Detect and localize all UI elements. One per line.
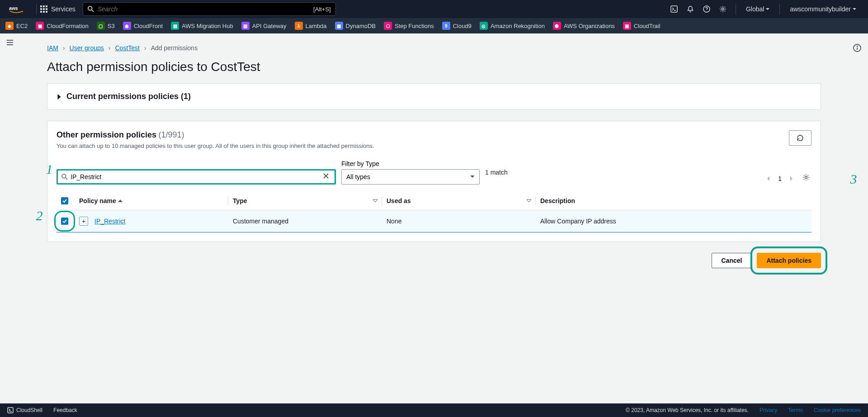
match-count: 1 match <box>485 165 508 180</box>
step-icon: ⬡ <box>384 22 392 30</box>
col-used-as[interactable]: Used as <box>387 197 411 204</box>
svg-rect-6 <box>46 8 47 10</box>
help-button[interactable] <box>699 2 714 16</box>
callout-1: 1 <box>41 161 57 177</box>
current-permissions-panel: Current permissions policies (1) <box>47 83 821 110</box>
breadcrumb-iam[interactable]: IAM <box>47 44 58 52</box>
footer: CloudShell Feedback © 2023, Amazon Web S… <box>0 403 868 417</box>
col-description[interactable]: Description <box>540 197 575 204</box>
policy-search-input[interactable] <box>71 173 321 180</box>
next-page-button[interactable] <box>787 173 795 185</box>
shortcut-cloudformation[interactable]: ▣CloudFormation <box>36 22 89 30</box>
cloudshell-icon <box>7 407 14 413</box>
svg-point-14 <box>722 8 724 10</box>
cloudshell-icon-button[interactable] <box>667 2 681 16</box>
region-selector[interactable]: Global <box>741 5 774 13</box>
ec2-icon: ◆ <box>5 22 14 30</box>
col-type[interactable]: Type <box>233 197 247 204</box>
svg-rect-1 <box>40 5 42 7</box>
shortcut-dynamodb[interactable]: ▦DynamoDB <box>335 22 376 30</box>
prev-page-button[interactable] <box>764 173 773 185</box>
col-policy-name[interactable]: Policy name <box>79 197 116 204</box>
shortcut-lambda[interactable]: λLambda <box>295 22 327 30</box>
footer-privacy[interactable]: Privacy <box>760 407 777 413</box>
lambda-icon: λ <box>295 22 303 30</box>
refresh-button[interactable] <box>789 130 811 146</box>
shortcut-s3[interactable]: ▢S3 <box>97 22 115 30</box>
info-icon <box>853 44 861 52</box>
shortcut-migration-hub[interactable]: ▤AWS Migration Hub <box>171 22 233 30</box>
search-icon <box>88 6 94 12</box>
nav-divider <box>36 4 37 14</box>
current-permissions-toggle[interactable]: Current permissions policies (1) <box>47 84 821 109</box>
s3-icon: ▢ <box>97 22 105 30</box>
apigw-icon: ▥ <box>241 22 250 30</box>
attach-policies-button[interactable]: Attach policies <box>757 253 821 268</box>
clear-search-button[interactable] <box>321 171 331 183</box>
sidebar-toggle[interactable] <box>0 33 20 52</box>
footer-terms[interactable]: Terms <box>788 407 803 413</box>
shortcut-organizations[interactable]: ⬢AWS Organizations <box>553 22 615 30</box>
nav-divider <box>779 4 780 14</box>
cancel-button[interactable]: Cancel <box>712 253 751 268</box>
other-policies-count: (1/991) <box>159 130 184 139</box>
nav-divider <box>736 4 736 14</box>
breadcrumb-sep: › <box>63 44 65 52</box>
filter-type-label: Filter by Type <box>341 160 480 167</box>
shortcut-cloudtrail[interactable]: ▣CloudTrail <box>623 22 660 30</box>
sort-icon <box>527 199 531 203</box>
table-settings-button[interactable] <box>801 172 811 185</box>
top-nav: aws Services [Alt+S] Global awscommunity… <box>0 0 868 18</box>
footer-feedback[interactable]: Feedback <box>53 407 77 413</box>
breadcrumb-sep: › <box>144 44 146 52</box>
breadcrumb-usergroups[interactable]: User groups <box>70 44 104 52</box>
aws-logo[interactable]: aws <box>9 5 24 14</box>
info-panel-toggle[interactable] <box>850 41 864 55</box>
policy-search-wrap <box>57 169 336 185</box>
svg-rect-3 <box>46 5 47 7</box>
footer-cookie[interactable]: Cookie preferences <box>814 407 861 413</box>
svg-rect-5 <box>43 8 45 10</box>
svg-rect-7 <box>40 11 42 13</box>
other-permission-policies-panel: Other permission policies (1/991) You ca… <box>47 121 821 242</box>
sort-icon <box>373 199 377 203</box>
policy-link[interactable]: IP_Restrict <box>94 218 125 225</box>
ddb-icon: ▦ <box>335 22 343 30</box>
other-policies-title: Other permission policies <box>57 130 156 139</box>
account-selector[interactable]: awscommunitybuilder <box>785 5 861 13</box>
row-checkbox[interactable] <box>61 218 68 225</box>
global-search[interactable]: [Alt+S] <box>83 2 336 16</box>
footer-cloudshell[interactable]: CloudShell <box>7 407 42 413</box>
shortcut-ec2[interactable]: ◆EC2 <box>5 22 28 30</box>
svg-point-25 <box>805 176 807 179</box>
hamburger-icon <box>6 38 14 47</box>
services-menu[interactable]: Services <box>40 5 75 13</box>
bell-icon <box>687 5 694 13</box>
breadcrumb-sep: › <box>108 44 111 52</box>
svg-rect-2 <box>43 5 45 7</box>
chevron-down-icon <box>766 7 769 11</box>
other-policies-subtitle: You can attach up to 10 managed policies… <box>57 142 789 149</box>
shortcut-cloud9[interactable]: 9Cloud9 <box>442 22 472 30</box>
shortcut-api-gateway[interactable]: ▥API Gateway <box>241 22 287 30</box>
chevron-right-icon <box>789 176 793 181</box>
cloudshell-icon <box>670 5 678 13</box>
search-shortcut: [Alt+S] <box>313 6 331 13</box>
close-icon <box>323 173 329 179</box>
notifications-button[interactable] <box>683 2 698 16</box>
shortcut-step-functions[interactable]: ⬡Step Functions <box>384 22 434 30</box>
trail-icon: ▣ <box>623 22 631 30</box>
settings-button[interactable] <box>716 2 730 16</box>
gear-icon <box>802 174 810 181</box>
shortcut-rekognition[interactable]: ◎Amazon Rekognition <box>480 22 545 30</box>
svg-point-20 <box>857 46 858 47</box>
select-all-checkbox[interactable] <box>61 197 68 204</box>
shortcut-cloudfront[interactable]: ◉CloudFront <box>123 22 163 30</box>
callout-2: 2 <box>31 208 47 224</box>
filter-type-select[interactable]: All types <box>341 169 480 185</box>
expand-row-button[interactable]: + <box>79 217 88 226</box>
cell-type: Customer managed <box>228 210 382 232</box>
breadcrumb-costtest[interactable]: CostTest <box>115 44 140 52</box>
global-search-input[interactable] <box>98 5 313 13</box>
svg-line-11 <box>91 10 93 12</box>
